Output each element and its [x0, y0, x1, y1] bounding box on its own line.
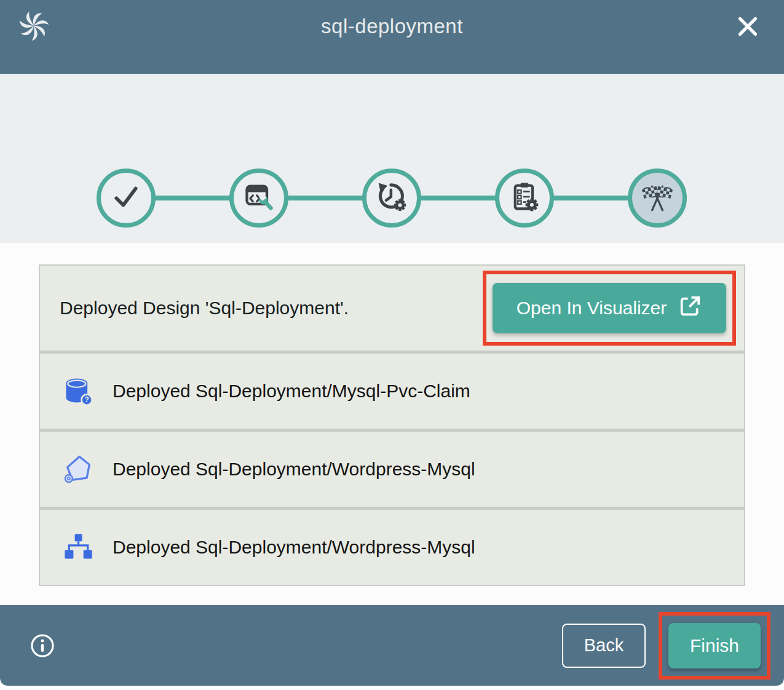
dialog-title: sql-deployment	[321, 15, 463, 38]
step-circle-validate	[97, 169, 156, 228]
history-gear-icon	[375, 180, 408, 216]
deployment-results-list: Deployed Design 'Sql-Deployment'. Open I…	[39, 264, 745, 586]
summary-row: Deployed Design 'Sql-Deployment'. Open I…	[40, 266, 744, 351]
step-circle-identify	[229, 169, 288, 228]
step-circle-dry-run	[362, 169, 421, 228]
dialog-header: sql-deployment	[0, 0, 784, 74]
deployed-design-text: Deployed Design 'Sql-Deployment'.	[60, 298, 483, 319]
step-circle-finalize	[495, 169, 554, 228]
checkered-flags-icon	[639, 179, 675, 217]
result-row-wordpress-mysql-2: Deployed Sql-Deployment/Wordpress-Mysql	[40, 510, 744, 585]
result-text: Deployed Sql-Deployment/Wordpress-Mysql	[113, 459, 475, 480]
code-setup-icon	[243, 181, 275, 215]
highlight-box-visualizer: Open In Visualizer	[483, 271, 736, 346]
open-in-visualizer-label: Open In Visualizer	[517, 298, 667, 319]
finish-button[interactable]: Finish	[668, 623, 761, 668]
open-in-new-icon	[678, 294, 702, 323]
highlight-box-finish: Finish	[659, 612, 770, 680]
wizard-stepper: Validate Design	[0, 74, 784, 243]
deployment-wizard-dialog: sql-deployment Validate Design	[0, 0, 784, 686]
result-row-wordpress-mysql-1: Deployed Sql-Deployment/Wordpress-Mysql	[40, 432, 744, 507]
dialog-footer: Back Finish	[0, 605, 784, 686]
clipboard-gear-icon	[509, 181, 540, 215]
check-icon	[109, 180, 143, 216]
hierarchy-tree-icon	[62, 531, 94, 563]
close-icon[interactable]	[734, 12, 762, 41]
result-row-mysql-pvc-claim: ? Deployed Sql-Deployment/Mysql-Pvc-Clai…	[40, 354, 744, 429]
result-text: Deployed Sql-Deployment/Wordpress-Mysql	[113, 537, 475, 558]
open-in-visualizer-button[interactable]: Open In Visualizer	[493, 283, 726, 333]
meshery-logo	[17, 9, 50, 42]
back-button[interactable]: Back	[562, 624, 646, 668]
results-panel: Deployed Design 'Sql-Deployment'. Open I…	[0, 243, 784, 605]
database-question-icon: ?	[62, 375, 94, 407]
result-text: Deployed Sql-Deployment/Mysql-Pvc-Claim	[113, 381, 470, 402]
info-icon[interactable]	[30, 633, 55, 659]
pentagon-badge-icon	[62, 453, 94, 485]
step-circle-finish	[628, 169, 687, 228]
svg-text:?: ?	[84, 395, 89, 404]
